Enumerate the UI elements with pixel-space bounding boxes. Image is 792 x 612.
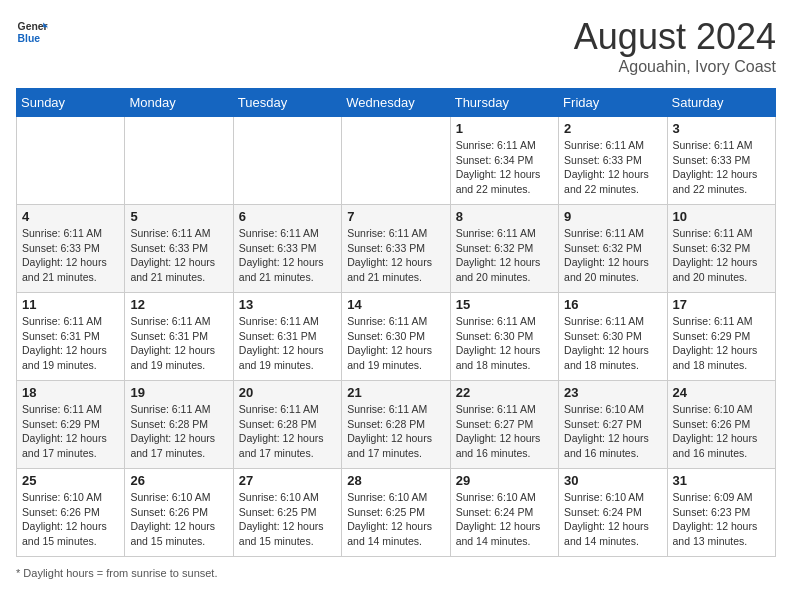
day-info: Sunrise: 6:10 AM Sunset: 6:26 PM Dayligh… <box>673 402 770 461</box>
day-number: 11 <box>22 297 119 312</box>
logo: General Blue <box>16 16 48 48</box>
day-info: Sunrise: 6:10 AM Sunset: 6:26 PM Dayligh… <box>130 490 227 549</box>
calendar-cell: 24Sunrise: 6:10 AM Sunset: 6:26 PM Dayli… <box>667 381 775 469</box>
calendar-cell: 4Sunrise: 6:11 AM Sunset: 6:33 PM Daylig… <box>17 205 125 293</box>
calendar-week-row: 4Sunrise: 6:11 AM Sunset: 6:33 PM Daylig… <box>17 205 776 293</box>
title-block: August 2024 Agouahin, Ivory Coast <box>574 16 776 76</box>
calendar-cell: 6Sunrise: 6:11 AM Sunset: 6:33 PM Daylig… <box>233 205 341 293</box>
day-number: 30 <box>564 473 661 488</box>
calendar-cell: 20Sunrise: 6:11 AM Sunset: 6:28 PM Dayli… <box>233 381 341 469</box>
calendar-cell: 13Sunrise: 6:11 AM Sunset: 6:31 PM Dayli… <box>233 293 341 381</box>
day-info: Sunrise: 6:11 AM Sunset: 6:30 PM Dayligh… <box>347 314 444 373</box>
calendar-header: SundayMondayTuesdayWednesdayThursdayFrid… <box>17 89 776 117</box>
day-number: 15 <box>456 297 553 312</box>
day-number: 14 <box>347 297 444 312</box>
day-info: Sunrise: 6:11 AM Sunset: 6:31 PM Dayligh… <box>239 314 336 373</box>
calendar-cell: 12Sunrise: 6:11 AM Sunset: 6:31 PM Dayli… <box>125 293 233 381</box>
day-of-week-header: Saturday <box>667 89 775 117</box>
day-info: Sunrise: 6:11 AM Sunset: 6:32 PM Dayligh… <box>673 226 770 285</box>
day-number: 9 <box>564 209 661 224</box>
day-number: 24 <box>673 385 770 400</box>
day-info: Sunrise: 6:11 AM Sunset: 6:33 PM Dayligh… <box>564 138 661 197</box>
calendar-week-row: 18Sunrise: 6:11 AM Sunset: 6:29 PM Dayli… <box>17 381 776 469</box>
calendar-cell: 1Sunrise: 6:11 AM Sunset: 6:34 PM Daylig… <box>450 117 558 205</box>
day-number: 2 <box>564 121 661 136</box>
day-info: Sunrise: 6:11 AM Sunset: 6:29 PM Dayligh… <box>22 402 119 461</box>
day-info: Sunrise: 6:11 AM Sunset: 6:33 PM Dayligh… <box>239 226 336 285</box>
day-of-week-header: Friday <box>559 89 667 117</box>
day-of-week-header: Sunday <box>17 89 125 117</box>
calendar-cell: 9Sunrise: 6:11 AM Sunset: 6:32 PM Daylig… <box>559 205 667 293</box>
day-number: 31 <box>673 473 770 488</box>
calendar-cell <box>17 117 125 205</box>
calendar-week-row: 11Sunrise: 6:11 AM Sunset: 6:31 PM Dayli… <box>17 293 776 381</box>
calendar-cell: 21Sunrise: 6:11 AM Sunset: 6:28 PM Dayli… <box>342 381 450 469</box>
day-info: Sunrise: 6:11 AM Sunset: 6:28 PM Dayligh… <box>239 402 336 461</box>
day-number: 23 <box>564 385 661 400</box>
calendar-cell: 8Sunrise: 6:11 AM Sunset: 6:32 PM Daylig… <box>450 205 558 293</box>
page-header: General Blue August 2024 Agouahin, Ivory… <box>16 16 776 76</box>
day-number: 4 <box>22 209 119 224</box>
calendar-cell: 30Sunrise: 6:10 AM Sunset: 6:24 PM Dayli… <box>559 469 667 557</box>
day-info: Sunrise: 6:11 AM Sunset: 6:28 PM Dayligh… <box>130 402 227 461</box>
day-info: Sunrise: 6:11 AM Sunset: 6:33 PM Dayligh… <box>673 138 770 197</box>
day-info: Sunrise: 6:11 AM Sunset: 6:28 PM Dayligh… <box>347 402 444 461</box>
calendar-cell: 11Sunrise: 6:11 AM Sunset: 6:31 PM Dayli… <box>17 293 125 381</box>
calendar-cell: 17Sunrise: 6:11 AM Sunset: 6:29 PM Dayli… <box>667 293 775 381</box>
day-number: 17 <box>673 297 770 312</box>
footer: * Daylight hours = from sunrise to sunse… <box>16 567 776 579</box>
calendar-cell: 26Sunrise: 6:10 AM Sunset: 6:26 PM Dayli… <box>125 469 233 557</box>
day-number: 1 <box>456 121 553 136</box>
calendar-cell: 23Sunrise: 6:10 AM Sunset: 6:27 PM Dayli… <box>559 381 667 469</box>
day-info: Sunrise: 6:10 AM Sunset: 6:24 PM Dayligh… <box>564 490 661 549</box>
calendar-body: 1Sunrise: 6:11 AM Sunset: 6:34 PM Daylig… <box>17 117 776 557</box>
day-number: 12 <box>130 297 227 312</box>
day-info: Sunrise: 6:11 AM Sunset: 6:30 PM Dayligh… <box>456 314 553 373</box>
day-info: Sunrise: 6:11 AM Sunset: 6:31 PM Dayligh… <box>22 314 119 373</box>
calendar-title: August 2024 <box>574 16 776 58</box>
calendar-table: SundayMondayTuesdayWednesdayThursdayFrid… <box>16 88 776 557</box>
day-number: 25 <box>22 473 119 488</box>
day-info: Sunrise: 6:10 AM Sunset: 6:25 PM Dayligh… <box>347 490 444 549</box>
calendar-cell: 5Sunrise: 6:11 AM Sunset: 6:33 PM Daylig… <box>125 205 233 293</box>
calendar-week-row: 1Sunrise: 6:11 AM Sunset: 6:34 PM Daylig… <box>17 117 776 205</box>
calendar-cell: 19Sunrise: 6:11 AM Sunset: 6:28 PM Dayli… <box>125 381 233 469</box>
calendar-cell: 27Sunrise: 6:10 AM Sunset: 6:25 PM Dayli… <box>233 469 341 557</box>
day-info: Sunrise: 6:11 AM Sunset: 6:33 PM Dayligh… <box>22 226 119 285</box>
calendar-cell: 29Sunrise: 6:10 AM Sunset: 6:24 PM Dayli… <box>450 469 558 557</box>
calendar-cell: 22Sunrise: 6:11 AM Sunset: 6:27 PM Dayli… <box>450 381 558 469</box>
calendar-cell: 15Sunrise: 6:11 AM Sunset: 6:30 PM Dayli… <box>450 293 558 381</box>
calendar-cell: 14Sunrise: 6:11 AM Sunset: 6:30 PM Dayli… <box>342 293 450 381</box>
day-number: 27 <box>239 473 336 488</box>
calendar-cell: 16Sunrise: 6:11 AM Sunset: 6:30 PM Dayli… <box>559 293 667 381</box>
day-info: Sunrise: 6:11 AM Sunset: 6:32 PM Dayligh… <box>564 226 661 285</box>
calendar-week-row: 25Sunrise: 6:10 AM Sunset: 6:26 PM Dayli… <box>17 469 776 557</box>
day-number: 28 <box>347 473 444 488</box>
day-number: 10 <box>673 209 770 224</box>
day-number: 5 <box>130 209 227 224</box>
day-info: Sunrise: 6:11 AM Sunset: 6:33 PM Dayligh… <box>347 226 444 285</box>
calendar-cell: 2Sunrise: 6:11 AM Sunset: 6:33 PM Daylig… <box>559 117 667 205</box>
day-of-week-header: Thursday <box>450 89 558 117</box>
day-info: Sunrise: 6:09 AM Sunset: 6:23 PM Dayligh… <box>673 490 770 549</box>
day-info: Sunrise: 6:10 AM Sunset: 6:27 PM Dayligh… <box>564 402 661 461</box>
day-number: 20 <box>239 385 336 400</box>
day-info: Sunrise: 6:10 AM Sunset: 6:25 PM Dayligh… <box>239 490 336 549</box>
days-of-week-row: SundayMondayTuesdayWednesdayThursdayFrid… <box>17 89 776 117</box>
day-number: 26 <box>130 473 227 488</box>
calendar-cell: 31Sunrise: 6:09 AM Sunset: 6:23 PM Dayli… <box>667 469 775 557</box>
calendar-cell: 7Sunrise: 6:11 AM Sunset: 6:33 PM Daylig… <box>342 205 450 293</box>
calendar-cell: 28Sunrise: 6:10 AM Sunset: 6:25 PM Dayli… <box>342 469 450 557</box>
day-info: Sunrise: 6:10 AM Sunset: 6:24 PM Dayligh… <box>456 490 553 549</box>
day-info: Sunrise: 6:11 AM Sunset: 6:31 PM Dayligh… <box>130 314 227 373</box>
calendar-cell: 3Sunrise: 6:11 AM Sunset: 6:33 PM Daylig… <box>667 117 775 205</box>
day-number: 8 <box>456 209 553 224</box>
day-info: Sunrise: 6:11 AM Sunset: 6:34 PM Dayligh… <box>456 138 553 197</box>
day-of-week-header: Wednesday <box>342 89 450 117</box>
calendar-cell <box>125 117 233 205</box>
calendar-cell: 10Sunrise: 6:11 AM Sunset: 6:32 PM Dayli… <box>667 205 775 293</box>
svg-text:Blue: Blue <box>18 33 41 44</box>
day-number: 19 <box>130 385 227 400</box>
day-info: Sunrise: 6:11 AM Sunset: 6:33 PM Dayligh… <box>130 226 227 285</box>
day-number: 7 <box>347 209 444 224</box>
